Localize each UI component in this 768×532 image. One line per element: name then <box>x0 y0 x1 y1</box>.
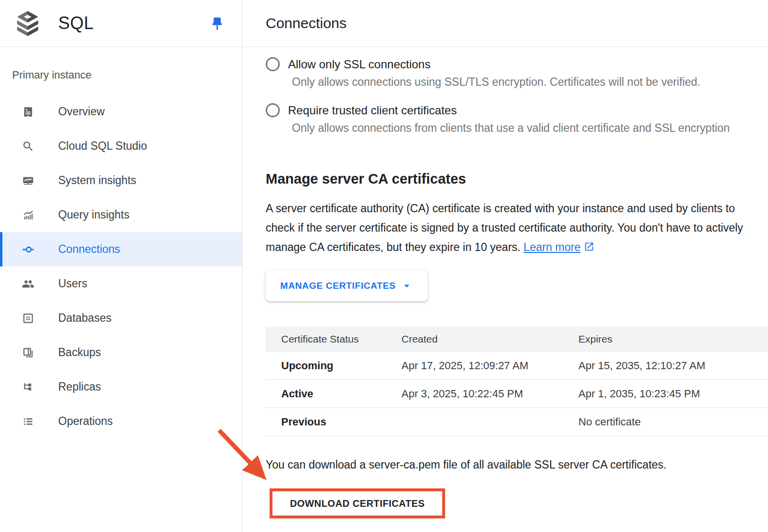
sidebar-item-cloud-sql-studio[interactable]: Cloud SQL Studio <box>0 129 242 163</box>
sidebar-item-operations[interactable]: Operations <box>0 404 242 438</box>
databases-icon <box>22 312 34 325</box>
chevron-down-icon <box>400 280 413 292</box>
cell-expires: No certificate <box>578 416 768 428</box>
sidebar-item-label: Overview <box>58 105 105 118</box>
table-row: Active Apr 3, 2025, 10:22:45 PM Apr 1, 2… <box>266 380 768 408</box>
sidebar-section-label: Primary instance <box>12 69 242 81</box>
sidebar-item-overview[interactable]: Overview <box>0 94 242 129</box>
annotation-rectangle: DOWNLOAD CERTIFICATES <box>270 488 445 518</box>
replicas-icon <box>22 381 34 393</box>
operations-icon <box>22 415 34 428</box>
radio-allow-only-ssl[interactable]: Allow only SSL connections <box>266 57 768 71</box>
manage-certificates-button[interactable]: MANAGE CERTIFICATES <box>266 270 428 301</box>
column-header-expires: Expires <box>578 333 768 345</box>
learn-more-link[interactable]: Learn more <box>524 241 595 253</box>
sidebar-item-label: Connections <box>58 243 120 256</box>
sidebar-item-query-insights[interactable]: Query insights <box>0 198 242 232</box>
open-in-new-icon <box>584 241 594 252</box>
backups-icon <box>22 346 34 359</box>
cell-created: Apr 17, 2025, 12:09:27 AM <box>401 360 578 372</box>
main-content: Connections Allow only SSL connections O… <box>243 0 768 532</box>
download-note: You can download a server-ca.pem file of… <box>266 458 768 471</box>
column-header-created: Created <box>401 333 578 345</box>
radio-circle-icon[interactable] <box>266 103 280 117</box>
section-body-text: A server certificate authority (CA) cert… <box>266 202 743 253</box>
table-header-row: Certificate Status Created Expires <box>266 327 768 352</box>
ssl-mode-radio-group: Allow only SSL connections Only allows c… <box>266 57 768 135</box>
sidebar-item-databases[interactable]: Databases <box>0 301 242 335</box>
section-heading: Manage server CA certificates <box>266 170 768 188</box>
radio-label: Require trusted client certificates <box>288 104 457 117</box>
cell-status: Active <box>266 388 401 400</box>
main-header: Connections <box>243 0 768 47</box>
radio-circle-icon[interactable] <box>266 57 280 71</box>
manage-certificates-label: MANAGE CERTIFICATES <box>280 281 396 291</box>
system-insights-icon <box>22 174 34 187</box>
sidebar-item-system-insights[interactable]: System insights <box>0 163 242 198</box>
sidebar-item-label: Databases <box>58 312 112 325</box>
page-title: Connections <box>266 15 347 31</box>
sidebar-item-label: Users <box>58 277 87 290</box>
query-insights-icon <box>22 209 34 221</box>
sidebar-item-replicas[interactable]: Replicas <box>0 370 242 404</box>
users-icon <box>22 278 34 290</box>
overview-icon <box>22 106 34 118</box>
cloud-sql-logo <box>14 9 42 37</box>
connections-icon <box>22 243 34 256</box>
cell-expires: Apr 15, 2035, 12:10:27 AM <box>578 360 768 372</box>
sidebar-header: SQL <box>0 0 242 47</box>
cell-expires: Apr 1, 2035, 10:23:45 PM <box>578 388 768 400</box>
sidebar-item-label: Cloud SQL Studio <box>58 140 147 153</box>
certificates-table: Certificate Status Created Expires Upcom… <box>266 327 768 436</box>
radio-require-trusted-certs[interactable]: Require trusted client certificates <box>266 103 768 117</box>
cell-status: Upcoming <box>266 360 401 372</box>
radio-description: Only allows connections using SSL/TLS en… <box>292 76 768 89</box>
pin-icon[interactable] <box>209 15 225 33</box>
sidebar-item-connections[interactable]: Connections <box>0 232 242 266</box>
sidebar-item-backups[interactable]: Backups <box>0 335 242 370</box>
sidebar-item-label: Query insights <box>58 208 129 221</box>
sidebar-item-label: Backups <box>58 346 101 359</box>
sidebar-item-label: System insights <box>58 174 136 187</box>
cell-status: Previous <box>266 416 401 428</box>
download-certificates-button[interactable]: DOWNLOAD CERTIFICATES <box>272 491 442 516</box>
section-body: A server certificate authority (CA) cert… <box>266 199 747 257</box>
app-title: SQL <box>58 13 94 33</box>
radio-label: Allow only SSL connections <box>288 58 431 71</box>
radio-description: Only allows connections from clients tha… <box>292 122 768 135</box>
table-row: Upcoming Apr 17, 2025, 12:09:27 AM Apr 1… <box>266 352 768 380</box>
sidebar-nav: Overview Cloud SQL Studio System insight… <box>0 94 242 438</box>
learn-more-label: Learn more <box>524 241 581 253</box>
table-row: Previous No certificate <box>266 408 768 436</box>
sidebar-item-label: Operations <box>58 415 113 428</box>
search-icon <box>22 140 34 153</box>
sidebar: SQL Primary instance Overview <box>0 0 242 532</box>
column-header-status: Certificate Status <box>266 333 401 345</box>
sidebar-item-users[interactable]: Users <box>0 266 242 301</box>
cell-created: Apr 3, 2025, 10:22:45 PM <box>401 388 578 400</box>
cloud-sql-connections-page: SQL Primary instance Overview <box>0 0 768 532</box>
sidebar-item-label: Replicas <box>58 380 101 393</box>
